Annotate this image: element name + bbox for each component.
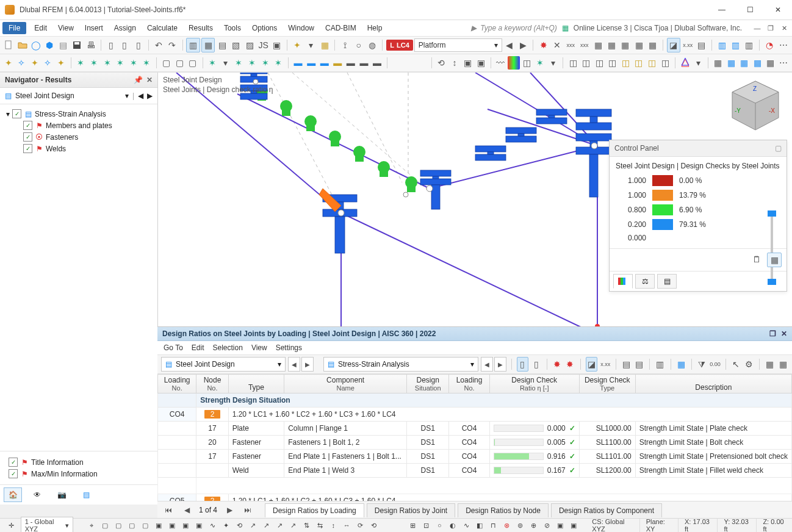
rtab-loading[interactable]: Design Ratios by Loading <box>265 503 364 517</box>
sb-i15-icon[interactable]: ↗ <box>287 520 299 531</box>
joint-icon[interactable]: ◍ <box>366 38 378 52</box>
r20-icon[interactable]: ▦ <box>712 56 724 70</box>
tool-red-icon[interactable]: ◔ <box>763 38 776 52</box>
rt2-icon[interactable]: ▯ <box>531 358 541 371</box>
wizard2-icon[interactable]: ▾ <box>305 38 317 52</box>
s9-icon[interactable]: ✶ <box>114 56 126 70</box>
r11-icon[interactable]: ◫ <box>580 56 592 70</box>
sb-snap11-icon[interactable]: ⊘ <box>541 520 553 531</box>
cloud-icon[interactable]: ◯ <box>30 38 42 52</box>
sb-axis-icon[interactable]: ✛ <box>6 520 17 531</box>
star4-icon[interactable]: ✧ <box>42 56 54 70</box>
table-icon[interactable]: ▦ <box>319 38 331 52</box>
sb-i21-icon[interactable]: ⟲ <box>367 520 380 531</box>
block-icon[interactable]: ▤ <box>57 38 70 52</box>
cp-tab-list-icon[interactable]: ▤ <box>657 274 677 289</box>
new-file-icon[interactable] <box>2 38 15 52</box>
sb-cs-dropdown[interactable]: 1 - Global XYZ▾ <box>21 517 74 532</box>
navigator-dropdown[interactable]: ▤ Steel Joint Design ▾ | ◀ ▶ <box>0 88 157 104</box>
opt-maxmin-info[interactable]: ⚑ Max/Min Information <box>5 468 153 480</box>
sb-i12-icon[interactable]: ⟲ <box>233 520 245 531</box>
table-row[interactable]: 20 Fastener Fasteners 1 | Bolt 1, 2 DS1 … <box>158 436 792 450</box>
s11-icon[interactable]: ✶ <box>141 56 153 70</box>
tree-root-checkbox[interactable] <box>12 109 21 118</box>
combo-row-co5[interactable]: CO5 2 1.20 * LC1 + 1.60 * LC2 + 1.60 * L… <box>158 494 792 501</box>
nav-next-icon[interactable]: ▶ <box>147 92 153 100</box>
wizard-icon[interactable]: ✦ <box>291 38 303 52</box>
cp-tab-colors-icon[interactable] <box>613 274 633 289</box>
sb-i8-icon[interactable]: ▣ <box>179 520 192 531</box>
sb-snap12-icon[interactable]: ▣ <box>554 520 566 531</box>
txt1-icon[interactable]: xxx <box>564 38 577 52</box>
menu-assign[interactable]: Assign <box>109 21 142 35</box>
g2-icon[interactable]: ▾ <box>220 56 232 70</box>
g3-icon[interactable]: ✶ <box>233 56 245 70</box>
window-maximize-button[interactable]: ☐ <box>736 0 764 20</box>
r5-icon[interactable]: 〰 <box>495 56 507 70</box>
group-header-row[interactable]: Strength Design Situation <box>158 394 792 408</box>
r23-icon[interactable]: ▦ <box>751 56 763 70</box>
dd2-prev-icon[interactable]: ◀ <box>481 357 493 372</box>
r8-icon[interactable]: ✶ <box>534 56 546 70</box>
r1-icon[interactable]: ⟲ <box>436 56 448 70</box>
hinge-icon[interactable]: ○ <box>353 38 365 52</box>
sq3-icon[interactable]: ▢ <box>187 56 199 70</box>
r13-icon[interactable]: ◫ <box>607 56 619 70</box>
nav-tab-results-icon[interactable]: ▤ <box>77 487 95 502</box>
sb-i10-icon[interactable]: ∿ <box>206 520 218 531</box>
rt8-icon[interactable]: ▤ <box>634 358 644 371</box>
view2-icon[interactable]: x.xx <box>682 38 694 52</box>
star3-icon[interactable]: ✦ <box>29 56 41 70</box>
menu-edit[interactable]: Edit <box>29 21 52 35</box>
rt-num-icon[interactable]: 0.00 <box>710 358 721 371</box>
panel5-icon[interactable]: ▨ <box>243 38 256 52</box>
lc-next-icon[interactable]: ▶ <box>517 38 529 52</box>
sb-snap5-icon[interactable]: ∿ <box>460 520 472 531</box>
r3-icon[interactable]: ▣ <box>462 56 474 70</box>
table-row[interactable]: 17 Fastener End Plate 1 | Fasteners 1 | … <box>158 450 792 464</box>
b3-icon[interactable]: ▬ <box>319 56 331 70</box>
star2-icon[interactable]: ✧ <box>16 56 28 70</box>
menu-cad-bim[interactable]: CAD-BIM <box>320 21 362 35</box>
nav-prev-icon[interactable]: ◀ <box>138 92 143 100</box>
sb-i19-icon[interactable]: ↔ <box>340 520 353 531</box>
nav-tab-eye-icon[interactable]: 👁 <box>28 487 46 502</box>
r10-icon[interactable]: ◫ <box>567 56 579 70</box>
control-panel-close-icon[interactable]: ▢ <box>775 144 782 153</box>
rt3-icon[interactable]: ✸ <box>552 358 562 371</box>
r7-icon[interactable]: ◫ <box>521 56 533 70</box>
rt-pick-icon[interactable]: ↖ <box>730 358 741 371</box>
load-case-badge[interactable]: LLC4 <box>386 40 413 51</box>
cp-tab-scale-icon[interactable]: ⚖ <box>635 274 655 289</box>
view1-icon[interactable]: ◪ <box>667 38 680 52</box>
rm-set[interactable]: Settings <box>276 343 302 352</box>
menu-help[interactable]: Help <box>362 21 388 35</box>
panel2-icon[interactable]: ▦ <box>201 38 215 52</box>
sb-snap6-icon[interactable]: ◧ <box>473 520 486 531</box>
mode1-icon[interactable]: ▥ <box>716 38 728 52</box>
menu-results[interactable]: Results <box>183 21 218 35</box>
g5-icon[interactable]: ✶ <box>259 56 272 70</box>
sb-i3-icon[interactable]: ▢ <box>112 520 124 531</box>
cp-tool1-icon[interactable]: 🗒 <box>750 253 763 266</box>
save-icon[interactable] <box>71 38 83 52</box>
r15-icon[interactable]: ◫ <box>633 56 645 70</box>
rt-filter-icon[interactable]: ⧩ <box>697 358 707 371</box>
rt-export1-icon[interactable]: ▦ <box>765 358 775 371</box>
s8-icon[interactable]: ✶ <box>101 56 113 70</box>
txt2-icon[interactable]: xxx <box>578 38 590 52</box>
tree-item-members[interactable]: ⚑ Members and plates <box>2 120 155 131</box>
mode2-icon[interactable]: ▥ <box>729 38 741 52</box>
sb-snap7-icon[interactable]: ⊓ <box>487 520 499 531</box>
undo-icon[interactable]: ↶ <box>153 38 165 52</box>
b5-icon[interactable]: ▬ <box>345 56 357 70</box>
results-dd2[interactable]: ▤ Stress-Strain Analysis ▾ <box>323 357 478 372</box>
window-close-button[interactable]: ✕ <box>764 0 792 20</box>
doc3-icon[interactable]: ▯ <box>132 38 144 52</box>
terminal-icon[interactable]: ▣ <box>271 38 283 52</box>
sb-snap3-icon[interactable]: ○ <box>433 520 445 531</box>
sb-i20-icon[interactable]: ⟳ <box>354 520 366 531</box>
sb-i7-icon[interactable]: ▣ <box>166 520 178 531</box>
g1-icon[interactable]: ✶ <box>207 56 219 70</box>
view-cube-icon[interactable]: -Y -X Z <box>726 77 785 136</box>
